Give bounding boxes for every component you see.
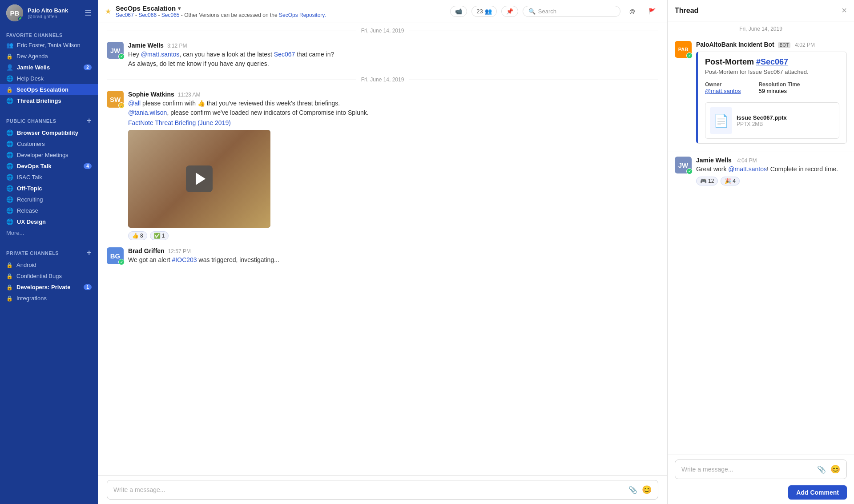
factnode-link[interactable]: FactNote Threat Briefing (June 2019) — [128, 119, 658, 126]
sidebar-item-isac-talk[interactable]: 🌐 ISAC Talk — [0, 172, 98, 183]
sidebar-item-label: Eric Foster, Tania Wilson — [17, 42, 81, 48]
video-call-button[interactable]: 📹 — [450, 6, 467, 17]
thread-attach-button[interactable]: 📎 — [817, 465, 826, 474]
lock-icon: 🔒 — [6, 295, 13, 302]
add-comment-button[interactable]: Add Comment — [788, 485, 847, 500]
message-text-2: As always, do let me know if you have an… — [128, 59, 658, 69]
globe-icon: 🌐 — [6, 152, 13, 158]
star-icon[interactable]: ★ — [105, 7, 111, 16]
mention-all[interactable]: @all — [128, 100, 141, 107]
sidebar: PB Palo Alto Bank @brad.griffen ☰ FAVORI… — [0, 0, 98, 504]
sec067-msg-link[interactable]: Sec067 — [274, 51, 295, 58]
globe-icon: 🌐 — [6, 207, 13, 214]
sender-name: Sophie Watkins — [128, 91, 174, 98]
postmortem-header: Post-Mortem #Sec067 Post-Mortem for Issu… — [698, 52, 846, 78]
channel-name-label: SecOps Escalation ▾ — [116, 4, 326, 12]
reaction-party[interactable]: 🎉 4 — [721, 177, 740, 185]
sidebar-item-label: Help Desk — [17, 75, 44, 82]
reaction-count: 12 — [708, 178, 714, 184]
members-count: 23 — [476, 8, 483, 15]
link-separator2: - — [158, 12, 161, 18]
message-content: Jamie Wells 3:12 PM Hey @matt.santos, ca… — [128, 42, 658, 69]
pin-button[interactable]: 📌 — [501, 6, 518, 17]
sec067-link[interactable]: Sec067 — [116, 12, 134, 18]
message-text-2: @tania.wilson, please confirm we've load… — [128, 108, 658, 117]
globe-icon: 🌐 — [6, 141, 13, 147]
sec065-link[interactable]: Sec065 — [161, 12, 180, 18]
sidebar-item-browser-compat[interactable]: 🌐 Browser Compatibility — [0, 127, 98, 138]
add-public-channel-button[interactable]: + — [87, 116, 92, 125]
public-channels-header: PUBLIC CHANNELS + — [0, 113, 98, 127]
public-channels-section: PUBLIC CHANNELS + 🌐 Browser Compatibilit… — [0, 110, 98, 242]
sidebar-item-devops-talk[interactable]: 🌐 DevOps Talk 4 — [0, 161, 98, 172]
header-link-text: - Other Versions can be accessed on the — [181, 12, 278, 18]
message-time: 11:23 AM — [178, 92, 201, 98]
sidebar-item-dev-agenda[interactable]: 🔒 Dev Agenda — [0, 51, 98, 62]
sidebar-item-label: Confidential Bugs — [16, 273, 62, 279]
sidebar-item-eric-tania[interactable]: 👥 Eric Foster, Tania Wilson — [0, 40, 98, 51]
message-header: Sophie Watkins 11:23 AM — [128, 91, 658, 98]
members-button[interactable]: 23 👥 — [471, 6, 496, 17]
reaction-thumbsup[interactable]: 👍 8 — [128, 231, 147, 240]
emoji-button[interactable]: 😊 — [642, 485, 652, 495]
postmortem-file[interactable]: 📄 Issue Sec067.pptx PPTX 2MB — [705, 102, 839, 139]
reactions: 👍 8 ✅ 1 — [128, 231, 658, 240]
chat-area: Fri, June 14, 2019 JW ✓ Jamie Wells 3:12… — [98, 23, 667, 475]
owner-link[interactable]: @matt.santos — [705, 88, 741, 94]
reaction-game[interactable]: 🎮 12 — [696, 177, 718, 185]
avatar: JW ✓ — [107, 42, 124, 59]
sidebar-item-developer-meetings[interactable]: 🌐 Developer Meetings — [0, 149, 98, 161]
resolution-value: 59 minutes — [758, 88, 800, 94]
ioc203-link[interactable]: #IOC203 — [172, 256, 197, 263]
add-private-channel-button[interactable]: + — [87, 248, 92, 258]
thread-input-area: 📎 😊 Add Comment — [668, 455, 854, 504]
mention-matt[interactable]: @matt.santos — [141, 51, 180, 58]
message-input-box: 📎 😊 — [107, 480, 658, 500]
attach-button[interactable]: 📎 — [628, 486, 637, 494]
thread-message-input[interactable] — [681, 466, 813, 473]
sidebar-item-help-desk[interactable]: 🌐 Help Desk — [0, 73, 98, 84]
sidebar-item-android[interactable]: 🔒 Android — [0, 259, 98, 270]
play-button[interactable] — [186, 165, 213, 192]
search-bar[interactable]: 🔍 Search — [523, 6, 620, 17]
sidebar-item-integrations[interactable]: 🔒 Integrations — [0, 293, 98, 304]
lock-icon: 🔒 — [6, 53, 13, 60]
sidebar-item-off-topic[interactable]: 🌐 Off-Topic — [0, 183, 98, 194]
sidebar-item-jamie-wells[interactable]: 👤 Jamie Wells 2 — [0, 62, 98, 73]
sidebar-item-threat-briefings[interactable]: 🌐 Threat Briefings — [0, 95, 98, 106]
reaction-checkmark[interactable]: ✅ 1 — [150, 231, 169, 240]
mention-tania[interactable]: @tania.wilson — [128, 109, 167, 116]
sidebar-item-customers[interactable]: 🌐 Customers — [0, 138, 98, 149]
bot-name: PaloAltoBank Incident Bot — [696, 41, 774, 48]
hamburger-menu[interactable]: ☰ — [85, 8, 92, 18]
mention-matt-reply[interactable]: @matt.santos — [728, 165, 767, 173]
sidebar-item-label: Jamie Wells — [17, 64, 50, 71]
postmortem-card: Post-Mortem #Sec067 Post-Mortem for Issu… — [696, 52, 847, 144]
message-sophie-watkins: SW 👑 Sophie Watkins 11:23 AM @all please… — [98, 87, 667, 244]
sec066-link[interactable]: Sec066 — [138, 12, 157, 18]
sidebar-item-secops-escalation[interactable]: 🔒 SecOps Escalation — [0, 84, 98, 95]
file-icon-glyph: 📄 — [713, 113, 729, 128]
sidebar-item-confidential-bugs[interactable]: 🔒 Confidential Bugs — [0, 270, 98, 282]
more-channels-link[interactable]: More... — [0, 227, 98, 238]
message-input[interactable] — [113, 486, 624, 493]
sidebar-item-recruiting[interactable]: 🌐 Recruiting — [0, 194, 98, 205]
search-placeholder: Search — [538, 8, 556, 15]
thread-emoji-button[interactable]: 😊 — [830, 464, 840, 474]
channel-chevron-icon[interactable]: ▾ — [178, 5, 181, 12]
reply-content: Jamie Wells 4:04 PM Great work @matt.san… — [696, 157, 847, 185]
sidebar-item-label: SecOps Escalation — [16, 86, 68, 93]
flag-button[interactable]: 🚩 — [644, 6, 660, 16]
at-button[interactable]: @ — [625, 6, 640, 16]
sidebar-item-ux-design[interactable]: 🌐 UX Design — [0, 216, 98, 227]
thread-close-button[interactable]: × — [842, 5, 847, 16]
secops-repo-link[interactable]: SecOps Repository. — [279, 12, 326, 18]
video-thumbnail[interactable] — [128, 130, 270, 228]
sidebar-item-developers-private[interactable]: 🔒 Developers: Private 1 — [0, 282, 98, 293]
sidebar-item-release[interactable]: 🌐 Release — [0, 205, 98, 216]
verified-badge: ✓ — [118, 259, 125, 265]
globe-icon: 🌐 — [6, 174, 13, 181]
file-info: Issue Sec067.pptx PPTX 2MB — [737, 114, 787, 127]
search-icon: 🔍 — [528, 8, 536, 15]
postmortem-link[interactable]: #Sec067 — [756, 57, 788, 66]
